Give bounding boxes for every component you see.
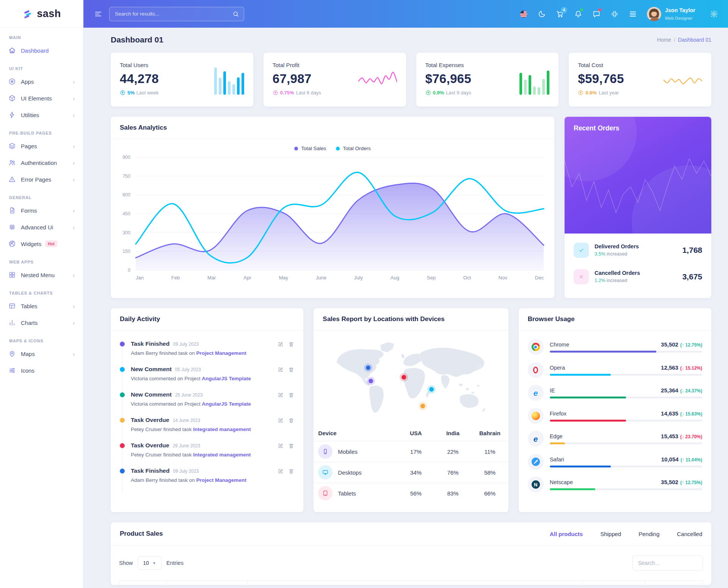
y-axis-tick: 450 bbox=[115, 211, 130, 216]
activity-date: 25 June 2023 bbox=[175, 392, 203, 398]
sidebar-nav: MAINDashboardUI KITApps›UI Elements›Util… bbox=[0, 35, 83, 379]
entries-select[interactable]: 10 ▼ bbox=[138, 556, 161, 570]
device-value: 11% bbox=[471, 441, 508, 462]
sidebar-toggle-button[interactable] bbox=[92, 8, 105, 20]
trash-icon[interactable] bbox=[288, 341, 294, 347]
sidebar-item-maps[interactable]: Maps› bbox=[0, 345, 83, 362]
search-icon[interactable] bbox=[232, 11, 239, 17]
tab-pending[interactable]: Pending bbox=[639, 531, 659, 537]
brand[interactable]: sash bbox=[0, 0, 83, 28]
user-profile[interactable]: Json Taylor Web Designer bbox=[647, 6, 695, 22]
sidebar-item-error-pages[interactable]: Error Pages› bbox=[0, 171, 83, 188]
mini-bar bbox=[237, 77, 240, 95]
notifications-bell-icon[interactable] bbox=[574, 10, 582, 18]
browser-change-pct: (↓ 24.37%) bbox=[680, 388, 702, 394]
stat-value: $76,965 bbox=[425, 72, 471, 86]
edit-icon[interactable] bbox=[278, 341, 284, 347]
chevron-right-icon: › bbox=[73, 320, 75, 326]
trash-icon[interactable] bbox=[288, 417, 294, 423]
edit-icon[interactable] bbox=[278, 443, 284, 449]
settings-gear-icon[interactable] bbox=[710, 10, 718, 18]
stat-title: Total Profit bbox=[273, 62, 321, 68]
mini-bar bbox=[519, 73, 522, 95]
search-input[interactable] bbox=[110, 11, 232, 17]
stat-delta-period: Last 9 days bbox=[446, 90, 471, 96]
chevron-right-icon: › bbox=[73, 351, 75, 357]
arrow-up-circle-icon bbox=[578, 90, 584, 96]
firefox-icon bbox=[528, 408, 544, 424]
sidebar-item-icons[interactable]: Icons bbox=[0, 362, 83, 379]
map-dot-usa bbox=[369, 379, 373, 383]
activity-actions bbox=[278, 443, 294, 449]
browser-name: Netscape bbox=[550, 479, 573, 485]
language-flag-icon[interactable] bbox=[519, 10, 528, 18]
activity-title: Task Overdue bbox=[131, 442, 169, 448]
users-icon bbox=[8, 159, 16, 166]
sidebar-item-authentication[interactable]: Authentication› bbox=[0, 154, 83, 171]
product-sales-title: Product Sales bbox=[120, 530, 163, 538]
stat-title: Total Cost bbox=[578, 62, 624, 68]
dark-mode-icon[interactable] bbox=[538, 10, 546, 18]
sidebar-section-label: UI KIT bbox=[9, 66, 74, 71]
browser-value: 12,563 bbox=[661, 364, 678, 371]
activity-link[interactable]: Integrated management bbox=[193, 452, 251, 458]
user-name: Json Taylor bbox=[665, 7, 695, 13]
order-stat-pct: 3.5% bbox=[595, 251, 606, 257]
sidebar-item-widgets[interactable]: WidgetsHot bbox=[0, 235, 83, 252]
stat-value: 44,278 bbox=[120, 72, 159, 86]
activity-description: Petey Cruiser finished task Integrated m… bbox=[131, 452, 251, 458]
edit-icon[interactable] bbox=[278, 417, 284, 423]
product-search-input[interactable] bbox=[632, 555, 703, 571]
sidebar-item-forms[interactable]: Forms› bbox=[0, 202, 83, 219]
x-axis-tick: Apr bbox=[243, 275, 251, 281]
chevron-right-icon: › bbox=[73, 207, 75, 214]
tab-cancelled[interactable]: Cancelled bbox=[677, 531, 702, 537]
sidebar-item-advanced-ui[interactable]: Advanced Ui› bbox=[0, 219, 83, 235]
file-icon bbox=[8, 207, 16, 214]
stat-delta: 0.6%Last year bbox=[578, 90, 624, 96]
sidebar-item-nested-menu[interactable]: Nested Menu› bbox=[0, 267, 83, 283]
sidebar-item-dashboard[interactable]: Dashboard bbox=[0, 42, 83, 59]
browser-value: 15,453 bbox=[661, 433, 678, 439]
breadcrumb-home[interactable]: Home bbox=[657, 37, 671, 43]
tab-shipped[interactable]: Shipped bbox=[600, 531, 621, 537]
sidebar-item-pages[interactable]: Pages› bbox=[0, 138, 83, 154]
activity-link[interactable]: AngularJS Template bbox=[202, 401, 251, 407]
edit-icon[interactable] bbox=[278, 367, 284, 373]
fullscreen-icon[interactable] bbox=[610, 10, 619, 18]
chevron-right-icon: › bbox=[73, 303, 75, 309]
activity-link[interactable]: Project Management bbox=[196, 350, 246, 356]
device-cell: Desktops bbox=[314, 462, 397, 483]
stat-card-total-expenses: Total Expenses$76,9650.9%Last 9 days bbox=[416, 53, 559, 107]
messages-icon[interactable] bbox=[592, 10, 601, 18]
activity-description: Victoria commented on Project AngularJS … bbox=[131, 376, 251, 381]
trash-icon[interactable] bbox=[288, 367, 294, 373]
device-value: 34% bbox=[397, 462, 435, 483]
edit-icon[interactable] bbox=[278, 468, 284, 474]
activity-title: New Comment bbox=[131, 366, 172, 372]
sidebar-item-ui-elements[interactable]: UI Elements› bbox=[0, 90, 83, 107]
mini-bar bbox=[542, 79, 545, 95]
notification-dot bbox=[580, 8, 583, 11]
activity-body: Task Overdue14 June 2023Petey Cruiser fi… bbox=[131, 417, 251, 432]
cart-icon[interactable]: 4 bbox=[556, 10, 564, 18]
activity-link[interactable]: AngularJS Template bbox=[202, 376, 251, 381]
sidebar-item-apps[interactable]: Apps› bbox=[0, 73, 83, 90]
tab-all-products[interactable]: All products bbox=[550, 531, 583, 537]
entries-label: Entries bbox=[166, 560, 184, 566]
recent-orders-bars bbox=[574, 145, 701, 234]
sidebar-item-tables[interactable]: Tables› bbox=[0, 298, 83, 314]
sidebar-item-charts[interactable]: Charts› bbox=[0, 314, 83, 331]
x-axis-tick: July bbox=[354, 275, 363, 281]
sidebar-item-label: Advanced Ui bbox=[21, 224, 53, 230]
trash-icon[interactable] bbox=[288, 392, 294, 398]
right-sidebar-icon[interactable] bbox=[629, 10, 637, 18]
sidebar-item-utilities[interactable]: Utilities› bbox=[0, 107, 83, 123]
activity-link[interactable]: Integrated management bbox=[193, 426, 251, 432]
trash-icon[interactable] bbox=[288, 443, 294, 449]
sales-analytics-chart: 9007506004503001500 bbox=[136, 157, 544, 270]
activity-link[interactable]: Project Management bbox=[196, 477, 246, 483]
trash-icon[interactable] bbox=[288, 468, 294, 474]
edit-icon[interactable] bbox=[278, 392, 284, 398]
activity-body: Task Finished09 July 2023Adam Berry fini… bbox=[131, 340, 246, 356]
